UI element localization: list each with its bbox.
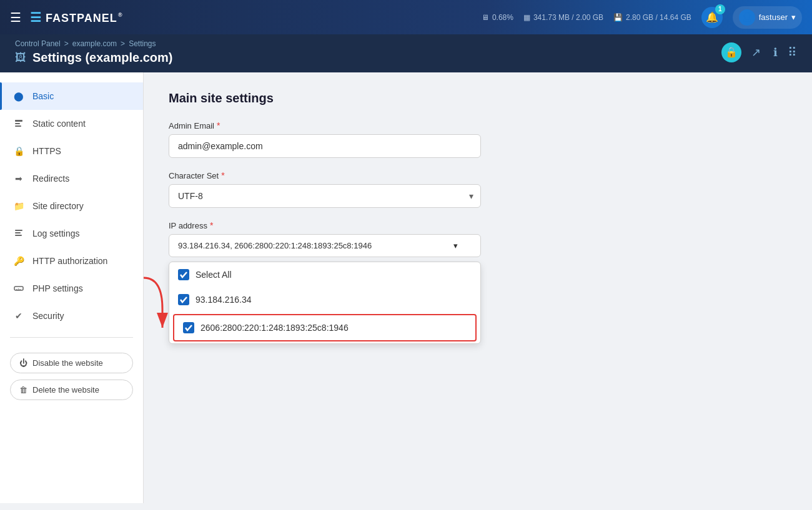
ram-stat: ▦ 341.73 MB / 2.00 GB xyxy=(523,13,603,22)
ipv4-label: 93.184.216.34 xyxy=(196,295,252,305)
sidebar-label-security: Security xyxy=(32,311,64,321)
logo-icon: ☰ xyxy=(30,10,42,25)
notification-button[interactable]: 🔔 1 xyxy=(701,7,723,28)
info-button[interactable]: ℹ xyxy=(771,43,780,62)
admin-email-input[interactable] xyxy=(169,134,481,158)
avatar: 👤 xyxy=(739,9,755,26)
red-arrow xyxy=(144,272,169,334)
navbar-stats: 🖥 0.68% ▦ 341.73 MB / 2.00 GB 💾 2.80 GB … xyxy=(482,6,802,29)
charset-select[interactable]: UTF-8 ISO-8859-1 Windows-1251 xyxy=(169,184,481,208)
delete-icon: 🗑 xyxy=(19,385,27,395)
ip-display-value: 93.184.216.34, 2606:2800:220:1:248:1893:… xyxy=(178,241,372,250)
ip-dropdown-trigger[interactable]: 93.184.216.34, 2606:2800:220:1:248:1893:… xyxy=(169,234,481,257)
lock-button[interactable]: 🔒 xyxy=(721,42,741,62)
ip-option-ipv6-wrapper: 2606:2800:220:1:248:1893:25c8:1946 xyxy=(173,314,477,341)
svg-text:FASTPANEL: FASTPANEL xyxy=(46,12,117,24)
breadcrumb-sep-1: > xyxy=(64,39,69,48)
disk-icon: 💾 xyxy=(613,13,623,22)
select-all-checkbox[interactable] xyxy=(178,269,189,280)
ipv4-checkbox[interactable] xyxy=(178,294,189,305)
chevron-down-icon: ▾ xyxy=(791,12,796,22)
cpu-icon: 🖥 xyxy=(482,13,489,22)
breadcrumb-domain[interactable]: example.com xyxy=(72,39,117,48)
main-content: Main site settings Admin Email * Charact… xyxy=(144,72,812,503)
charset-label: Character Set * xyxy=(169,170,787,180)
sidebar-item-log-settings[interactable]: Log settings xyxy=(0,220,143,247)
sidebar-label-php-settings: PHP settings xyxy=(32,283,83,293)
sidebar-label-log-settings: Log settings xyxy=(32,228,80,238)
site-directory-icon: 📁 xyxy=(12,200,25,212)
section-title: Main site settings xyxy=(169,91,787,105)
breadcrumb-control-panel[interactable]: Control Panel xyxy=(15,39,61,48)
breadcrumb: Control Panel > example.com > Settings xyxy=(15,39,711,48)
sidebar-divider xyxy=(10,337,133,338)
ip-label: IP address * xyxy=(169,220,787,230)
ip-address-group: IP address * 93.184.216.34, 2606:2800:22… xyxy=(169,220,787,257)
sidebar-label-static-content: Static content xyxy=(32,119,86,129)
sidebar: ⬤ Basic Static content 🔒 HTTPS ➡ Redirec… xyxy=(0,72,144,503)
security-icon: ✔ xyxy=(12,310,25,322)
sidebar-item-http-auth[interactable]: 🔑 HTTP authorization xyxy=(0,247,143,275)
svg-rect-4 xyxy=(15,125,21,127)
sidebar-item-site-directory[interactable]: 📁 Site directory xyxy=(0,192,143,220)
subheader-actions: 🔒 ↗ ℹ ⠿ xyxy=(721,42,797,62)
sidebar-label-http-auth: HTTP authorization xyxy=(32,256,107,266)
sidebar-item-redirects[interactable]: ➡ Redirects xyxy=(0,165,143,192)
notification-badge: 1 xyxy=(715,4,725,14)
disable-website-button[interactable]: ⏻ Disable the website xyxy=(10,353,133,373)
sidebar-item-https[interactable]: 🔒 HTTPS xyxy=(0,137,143,165)
disable-label: Disable the website xyxy=(32,358,103,368)
ram-icon: ▦ xyxy=(523,13,530,22)
charset-group: Character Set * UTF-8 ISO-8859-1 Windows… xyxy=(169,170,787,208)
ip-option-ipv4[interactable]: 93.184.216.34 xyxy=(169,287,480,312)
sidebar-label-site-directory: Site directory xyxy=(32,201,84,211)
static-content-icon xyxy=(12,117,25,130)
admin-email-label: Admin Email * xyxy=(169,120,787,130)
admin-email-required: * xyxy=(217,120,220,130)
sidebar-label-redirects: Redirects xyxy=(32,174,69,184)
disable-icon: ⏻ xyxy=(19,358,27,368)
sidebar-item-basic[interactable]: ⬤ Basic xyxy=(0,82,143,110)
ip-option-ipv6[interactable]: 2606:2800:220:1:248:1893:25c8:1946 xyxy=(174,315,475,340)
log-settings-icon xyxy=(12,227,25,240)
username-label: fastuser xyxy=(759,12,788,22)
apps-button[interactable]: ⠿ xyxy=(788,45,797,60)
main-layout: ⬤ Basic Static content 🔒 HTTPS ➡ Redirec… xyxy=(0,72,812,503)
svg-text:®: ® xyxy=(118,12,123,18)
svg-rect-3 xyxy=(15,123,20,124)
page-title-icon: 🖼 xyxy=(15,51,26,64)
breadcrumb-sep-2: > xyxy=(121,39,125,48)
charset-select-wrapper: UTF-8 ISO-8859-1 Windows-1251 ▾ xyxy=(169,184,481,208)
admin-email-group: Admin Email * xyxy=(169,120,787,158)
sidebar-item-security[interactable]: ✔ Security xyxy=(0,302,143,330)
sidebar-label-https: HTTPS xyxy=(32,146,61,156)
redirects-icon: ➡ xyxy=(12,172,25,185)
charset-required: * xyxy=(221,170,224,180)
sidebar-item-php-settings[interactable]: </> PHP settings xyxy=(0,275,143,302)
sidebar-item-static-content[interactable]: Static content xyxy=(0,110,143,137)
https-icon: 🔒 xyxy=(12,145,25,157)
sidebar-label-basic: Basic xyxy=(32,91,54,101)
menu-icon[interactable]: ☰ xyxy=(10,10,21,25)
ipv6-checkbox[interactable] xyxy=(183,322,194,333)
svg-rect-6 xyxy=(15,232,21,233)
ip-chevron-icon: ▾ xyxy=(453,241,458,250)
sidebar-bottom: ⏻ Disable the website 🗑 Delete the websi… xyxy=(0,345,143,408)
ip-dropdown-menu: Select All 93.184.216.34 xyxy=(169,262,481,344)
delete-label: Delete the website xyxy=(32,385,99,395)
select-all-label: Select All xyxy=(196,270,232,280)
external-link-button[interactable]: ↗ xyxy=(749,43,763,62)
delete-website-button[interactable]: 🗑 Delete the website xyxy=(10,380,133,400)
ip-option-select-all[interactable]: Select All xyxy=(169,262,480,287)
user-menu-button[interactable]: 👤 fastuser ▾ xyxy=(733,6,802,29)
navbar-left: ☰ ☰ FASTPANEL ® xyxy=(10,10,474,25)
basic-icon: ⬤ xyxy=(12,90,25,102)
cpu-stat: 🖥 0.68% xyxy=(482,13,513,22)
disk-stat: 💾 2.80 GB / 14.64 GB xyxy=(613,13,691,22)
ip-dropdown-container: 93.184.216.34, 2606:2800:220:1:248:1893:… xyxy=(169,234,481,257)
navbar: ☰ ☰ FASTPANEL ® 🖥 0.68% ▦ 341.73 MB / 2.… xyxy=(0,0,812,34)
ip-required: * xyxy=(210,220,213,230)
ipv6-label: 2606:2800:220:1:248:1893:25c8:1946 xyxy=(201,323,349,333)
http-auth-icon: 🔑 xyxy=(12,255,25,267)
logo: ☰ FASTPANEL ® xyxy=(30,10,127,25)
